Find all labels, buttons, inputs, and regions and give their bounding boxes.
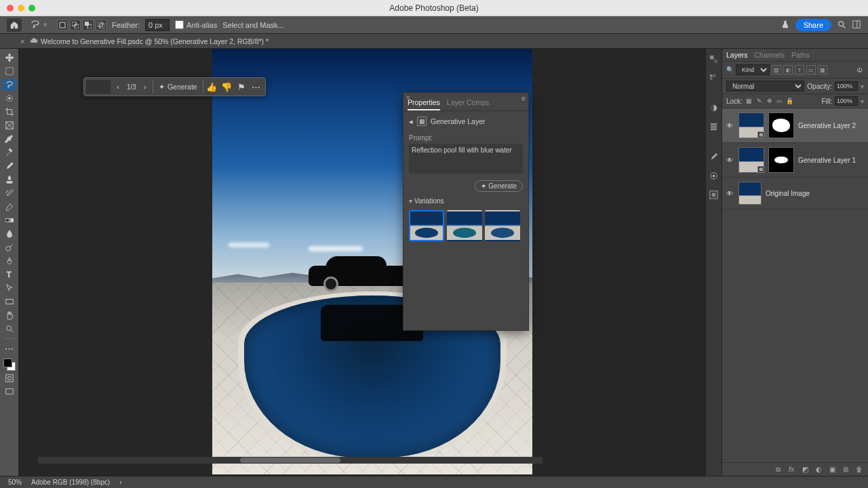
layer-mask-thumbnail[interactable]	[768, 147, 794, 173]
panel-close-icon[interactable]: ×	[406, 94, 410, 101]
dock-color-icon[interactable]	[708, 53, 720, 65]
prompt-textarea[interactable]: Reflection pool fill with blue water	[409, 144, 523, 174]
document-tab[interactable]: Welcome to Generative Fill.psdc @ 50% (G…	[41, 37, 269, 45]
filter-type-icon[interactable]: T	[795, 65, 804, 75]
path-selection-tool[interactable]	[2, 282, 17, 294]
variation-thumb-2[interactable]	[447, 210, 482, 241]
layer-name[interactable]: Generative Layer 1	[798, 157, 856, 164]
horizontal-scrollbar[interactable]	[38, 457, 542, 464]
lock-artboard-icon[interactable]: ▭	[776, 97, 784, 105]
add-mask-icon[interactable]: ◩	[800, 465, 810, 474]
filter-shape-icon[interactable]: ▭	[806, 65, 816, 75]
window-minimize-button[interactable]	[18, 5, 24, 12]
layer-name[interactable]: Original Image	[766, 190, 810, 197]
contextual-task-bar[interactable]: ‹ 1/3 › ✦ Generate 👍 👎 ⚑ ⋯	[83, 77, 266, 96]
brush-tool[interactable]	[2, 160, 17, 172]
anti-alias-checkbox[interactable]: Anti-alias	[175, 20, 217, 29]
opacity-input[interactable]	[835, 81, 858, 91]
new-adjustment-icon[interactable]: ◐	[814, 465, 823, 474]
eraser-tool[interactable]	[2, 201, 17, 213]
variations-heading[interactable]: ▾ Variations	[403, 195, 528, 207]
filter-toggle-icon[interactable]: ⏻	[854, 65, 864, 75]
layer-thumbnail[interactable]: ▦	[738, 147, 764, 173]
fill-input[interactable]	[835, 96, 858, 106]
status-chevron-icon[interactable]: ›	[119, 479, 121, 486]
variation-thumb-1[interactable]	[409, 210, 444, 241]
thumbs-down-icon[interactable]: 👎	[220, 82, 233, 92]
selection-new-icon[interactable]	[57, 20, 68, 30]
layer-mask-thumbnail[interactable]	[768, 113, 794, 138]
workspace-icon[interactable]	[852, 20, 861, 30]
more-icon[interactable]: ⋯	[250, 82, 263, 92]
selection-add-icon[interactable]	[70, 20, 81, 30]
dock-brush-icon[interactable]	[708, 150, 720, 163]
filter-smart-icon[interactable]: ▦	[818, 65, 827, 75]
layer-thumbnail[interactable]	[738, 182, 762, 205]
filter-kind-select[interactable]: Kind	[736, 64, 770, 75]
window-maximize-button[interactable]	[28, 5, 35, 12]
dock-libraries-icon[interactable]	[708, 121, 720, 133]
panel-menu-icon[interactable]: ≡	[521, 94, 526, 102]
lock-brush-icon[interactable]: ✎	[755, 97, 764, 105]
new-layer-icon[interactable]: ⊞	[841, 465, 850, 474]
color-profile[interactable]: Adobe RGB (1998) (8bpc)	[31, 479, 110, 486]
dock-swatches-icon[interactable]	[708, 72, 720, 84]
type-tool[interactable]: T	[2, 268, 17, 281]
variation-next-button[interactable]: ›	[139, 80, 151, 94]
lasso-tool[interactable]	[2, 79, 17, 91]
variation-thumb-3[interactable]	[485, 210, 520, 241]
gradient-tool[interactable]	[2, 214, 17, 226]
dock-patterns-icon[interactable]	[708, 188, 720, 201]
move-tool[interactable]	[2, 52, 17, 64]
back-arrow-icon[interactable]: ◂	[409, 117, 413, 125]
tab-close-icon[interactable]: ×	[20, 37, 27, 45]
home-button[interactable]	[7, 18, 22, 32]
new-group-icon[interactable]: ▣	[827, 465, 837, 474]
generate-button-panel[interactable]: ✦ Generate	[475, 180, 523, 192]
dock-history-icon[interactable]	[708, 169, 720, 182]
color-swatches[interactable]	[3, 359, 16, 371]
history-brush-tool[interactable]	[2, 187, 17, 199]
zoom-level[interactable]: 50%	[8, 479, 22, 486]
beaker-icon[interactable]	[781, 20, 790, 30]
tab-layer-comps[interactable]: Layer Comps	[447, 98, 489, 110]
crop-tool[interactable]	[2, 106, 17, 118]
dock-adjustments-icon[interactable]	[708, 102, 720, 114]
lock-transparent-icon[interactable]: ▦	[745, 97, 753, 105]
window-close-button[interactable]	[7, 5, 14, 12]
marquee-tool[interactable]	[2, 65, 17, 77]
selection-subtract-icon[interactable]	[83, 20, 94, 30]
tab-paths[interactable]: Paths	[791, 51, 810, 61]
filter-adjust-icon[interactable]: ◐	[783, 65, 793, 75]
tab-properties[interactable]: Properties	[408, 98, 440, 110]
blend-mode-select[interactable]: Normal	[726, 81, 804, 92]
zoom-tool[interactable]	[2, 323, 17, 335]
layer-row[interactable]: 👁 ▦ Generative Layer 1	[722, 143, 868, 178]
tab-channels[interactable]: Channels	[755, 51, 785, 61]
share-button[interactable]: Share	[795, 19, 831, 31]
hand-tool[interactable]	[2, 309, 17, 321]
layer-name[interactable]: Generative Layer 2	[798, 122, 856, 129]
layer-row[interactable]: 👁 ▦ Generative Layer 2	[722, 108, 868, 143]
quick-selection-tool[interactable]	[2, 92, 17, 104]
pen-tool[interactable]	[2, 255, 17, 267]
thumbs-up-icon[interactable]: 👍	[205, 82, 218, 92]
layer-fx-icon[interactable]: fx	[787, 465, 796, 474]
dodge-tool[interactable]	[2, 241, 17, 253]
edit-toolbar-icon[interactable]: ⋯	[2, 342, 17, 354]
layer-thumbnail[interactable]: ▦	[738, 113, 764, 138]
prompt-quick-input[interactable]	[86, 80, 111, 94]
canvas-area[interactable]: ‹ 1/3 › ✦ Generate 👍 👎 ⚑ ⋯ × ≡ Propertie…	[19, 49, 705, 476]
tab-layers[interactable]: Layers	[726, 51, 748, 61]
quick-mask-icon[interactable]	[2, 372, 17, 384]
variation-prev-button[interactable]: ‹	[112, 80, 124, 94]
selection-intersect-icon[interactable]	[96, 20, 106, 30]
layer-row[interactable]: 👁 Original Image	[722, 178, 868, 209]
screen-mode-icon[interactable]	[2, 386, 17, 398]
filter-pixel-icon[interactable]: ▧	[772, 65, 781, 75]
generate-button[interactable]: ✦ Generate	[153, 80, 203, 94]
visibility-toggle[interactable]: 👁	[725, 190, 734, 197]
feather-input[interactable]	[145, 19, 170, 31]
lock-all-icon[interactable]: 🔒	[786, 97, 794, 105]
healing-brush-tool[interactable]	[2, 146, 17, 159]
